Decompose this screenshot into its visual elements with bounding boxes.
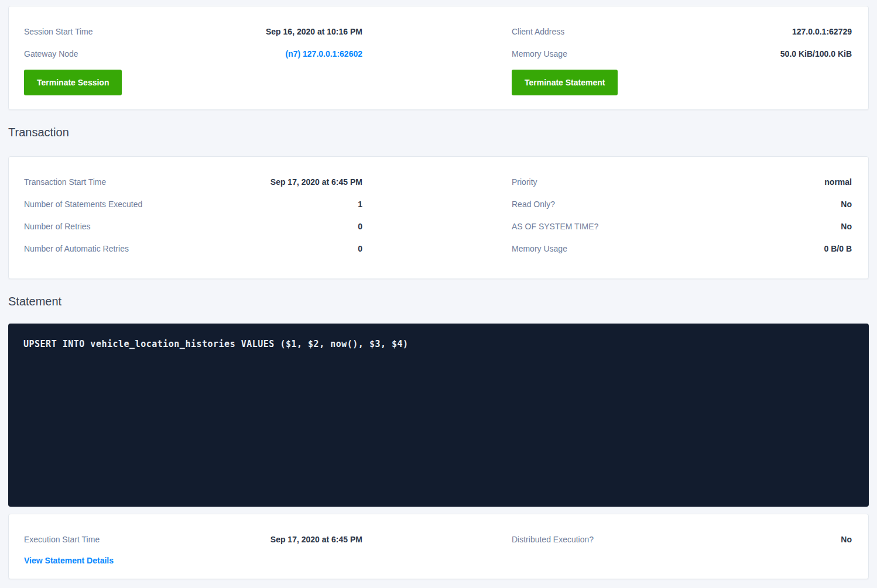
priority-row: Priority normal [512, 171, 852, 193]
execution-right-column: Distributed Execution? No [438, 514, 868, 579]
statement-sql-box: UPSERT INTO vehicle_location_histories V… [8, 324, 869, 507]
sql-statement-text: UPSERT INTO vehicle_location_histories V… [23, 339, 409, 349]
as-of-system-time-value: No [841, 222, 852, 231]
statements-executed-value: 1 [358, 200, 362, 209]
transaction-card: Transaction Start Time Sep 17, 2020 at 6… [8, 156, 869, 279]
transaction-start-time-value: Sep 17, 2020 at 6:45 PM [270, 177, 362, 187]
transaction-memory-usage-label: Memory Usage [512, 244, 567, 253]
distributed-execution-row: Distributed Execution? No [512, 528, 852, 551]
transaction-right-column: Priority normal Read Only? No AS OF SYST… [438, 157, 868, 278]
statement-section-title: Statement [8, 293, 869, 310]
session-memory-usage-row: Memory Usage 50.0 KiB/100.0 KiB [512, 43, 852, 65]
read-only-row: Read Only? No [512, 193, 852, 215]
distributed-execution-value: No [841, 535, 852, 544]
transaction-memory-usage-row: Memory Usage 0 B/0 B [512, 238, 852, 260]
terminate-session-button[interactable]: Terminate Session [24, 70, 122, 95]
transaction-start-time-label: Transaction Start Time [24, 177, 106, 187]
distributed-execution-label: Distributed Execution? [512, 535, 594, 544]
transaction-start-time-row: Transaction Start Time Sep 17, 2020 at 6… [24, 171, 362, 193]
session-summary-left-column: Session Start Time Sep 16, 2020 at 10:16… [9, 6, 438, 109]
session-start-time-value: Sep 16, 2020 at 10:16 PM [266, 27, 362, 36]
view-statement-details-link[interactable]: View Statement Details [24, 556, 114, 565]
session-summary-card: Session Start Time Sep 16, 2020 at 10:16… [8, 6, 869, 110]
client-address-row: Client Address 127.0.0.1:62729 [512, 20, 852, 43]
read-only-label: Read Only? [512, 200, 555, 209]
client-address-value: 127.0.0.1:62729 [792, 27, 852, 36]
execution-start-time-label: Execution Start Time [24, 535, 100, 544]
session-start-time-row: Session Start Time Sep 16, 2020 at 10:16… [24, 20, 362, 43]
priority-label: Priority [512, 177, 537, 187]
statements-executed-row: Number of Statements Executed 1 [24, 193, 362, 215]
priority-value: normal [824, 177, 852, 187]
as-of-system-time-row: AS OF SYSTEM TIME? No [512, 215, 852, 238]
client-address-label: Client Address [512, 27, 564, 36]
transaction-left-column: Transaction Start Time Sep 17, 2020 at 6… [9, 157, 438, 278]
retries-row: Number of Retries 0 [24, 215, 362, 238]
statements-executed-label: Number of Statements Executed [24, 200, 142, 209]
automatic-retries-label: Number of Automatic Retries [24, 244, 129, 253]
session-memory-usage-value: 50.0 KiB/100.0 KiB [780, 49, 852, 59]
gateway-node-link[interactable]: (n7) 127.0.0.1:62602 [285, 49, 362, 59]
execution-start-time-value: Sep 17, 2020 at 6:45 PM [270, 535, 362, 544]
read-only-value: No [841, 200, 852, 209]
automatic-retries-row: Number of Automatic Retries 0 [24, 238, 362, 260]
as-of-system-time-label: AS OF SYSTEM TIME? [512, 222, 598, 231]
session-memory-usage-label: Memory Usage [512, 49, 567, 59]
gateway-node-row: Gateway Node (n7) 127.0.0.1:62602 [24, 43, 362, 65]
retries-label: Number of Retries [24, 222, 91, 231]
execution-left-column: Execution Start Time Sep 17, 2020 at 6:4… [9, 514, 438, 579]
automatic-retries-value: 0 [358, 244, 362, 253]
session-start-time-label: Session Start Time [24, 27, 93, 36]
terminate-statement-button[interactable]: Terminate Statement [512, 70, 618, 95]
session-summary-right-column: Client Address 127.0.0.1:62729 Memory Us… [438, 6, 868, 109]
transaction-memory-usage-value: 0 B/0 B [824, 244, 852, 253]
session-details-page: Session Start Time Sep 16, 2020 at 10:16… [0, 6, 877, 588]
execution-start-time-row: Execution Start Time Sep 17, 2020 at 6:4… [24, 528, 362, 551]
execution-card: Execution Start Time Sep 17, 2020 at 6:4… [8, 514, 869, 579]
transaction-section-title: Transaction [8, 124, 869, 140]
retries-value: 0 [358, 222, 362, 231]
gateway-node-label: Gateway Node [24, 49, 78, 59]
